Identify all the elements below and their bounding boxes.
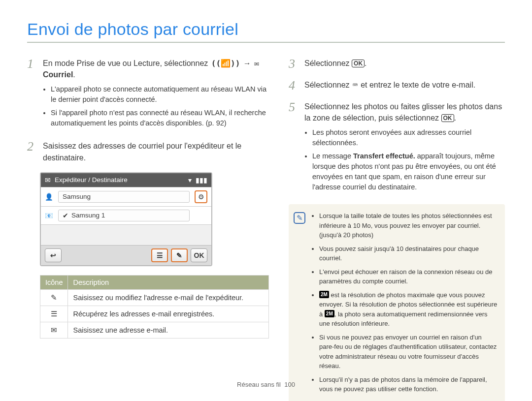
icon-description-table: Icône Description ✎ Saisissez ou modifie… xyxy=(40,275,269,339)
page-title: Envoi de photos par courriel xyxy=(27,20,505,39)
step-5-bullet-2: Le message Transfert effectué. apparaît … xyxy=(312,151,505,192)
keyboard-icon: ⌨ xyxy=(352,79,359,91)
step-1-bullet-2: Si l'appareil photo n'est pas connecté a… xyxy=(51,108,269,128)
table-row: ✎ Saisissez ou modifiez l'adresse e-mail… xyxy=(40,289,269,306)
step-1-text-d: . xyxy=(73,70,75,79)
table-head-desc: Description xyxy=(68,275,269,289)
sender-value: Samsung xyxy=(63,193,91,200)
step-1-body: En mode Prise de vue ou Lecture, sélecti… xyxy=(43,58,269,131)
step-3-text-b: . xyxy=(365,59,366,67)
recipient-field[interactable]: ✔Samsung 1 xyxy=(58,210,190,221)
ui-header-text: Expéditeur / Destinataire xyxy=(55,176,128,184)
list-icon: ☰ xyxy=(40,306,68,322)
resolution-badge: 2M xyxy=(319,291,329,298)
step-2-text: Saisissez des adresses de courriel pour … xyxy=(43,140,269,163)
info-item-3: L'envoi peut échouer en raison de la con… xyxy=(319,267,498,286)
step-3-body: Sélectionnez OK. xyxy=(304,58,367,70)
step-1-text-b: → xyxy=(241,59,253,67)
wifi-icon: ((📶)) xyxy=(210,58,241,69)
step-5-bullet-1: Les photos seront envoyées aux adresses … xyxy=(312,127,505,148)
table-desc-2: Récupérez les adresses e-mail enregistré… xyxy=(68,306,269,322)
info-box: ✎ Lorsque la taille totale de toutes les… xyxy=(289,204,505,401)
table-row: ☰ Récupérez les adresses e-mail enregist… xyxy=(40,306,269,322)
info-item-2: Vous pouvez saisir jusqu'à 10 destinatai… xyxy=(319,244,498,263)
left-column: 1 En mode Prise de vue ou Lecture, sélec… xyxy=(27,58,269,401)
camera-ui-mockup: ✉ Expéditeur / Destinataire ▾ ▮▮▮ 👤 Sams… xyxy=(40,172,212,266)
resolution-badge: 2M xyxy=(325,310,334,317)
back-button[interactable]: ↩ xyxy=(45,248,62,262)
recipient-value: Samsung 1 xyxy=(71,212,105,219)
mail-edit-icon: ✉ xyxy=(40,322,68,338)
ui-blank-area xyxy=(41,224,211,245)
mailbox-icon: ✉ xyxy=(45,176,51,184)
step-4-text-a: Sélectionnez xyxy=(304,81,352,89)
table-row: ✉ Saisissez une adresse e-mail. xyxy=(40,322,269,338)
step-5-text-a: Sélectionnez les photos ou faites glisse… xyxy=(304,102,502,122)
b2-pre: Le message xyxy=(312,152,353,160)
info-item-5: Si vous ne pouvez pas envoyer un courrie… xyxy=(319,333,498,371)
step-number-2: 2 xyxy=(27,140,38,163)
envelope-icon: ✉ xyxy=(253,58,260,69)
ok-badge: OK xyxy=(352,60,365,67)
ok-button[interactable]: OK xyxy=(191,248,207,262)
sender-field[interactable]: Samsung xyxy=(58,191,190,203)
ok-badge: OK xyxy=(441,114,454,122)
contacts-button[interactable]: ☰ xyxy=(151,248,168,262)
check-icon: ✔ xyxy=(63,212,68,219)
inbox-icon: 📧 xyxy=(45,212,53,219)
signal-icon: ▾ xyxy=(188,176,192,184)
info-item-4: 2M est la résolution de photos maximale … xyxy=(319,290,498,329)
table-desc-1: Saisissez ou modifiez l'adresse e-mail d… xyxy=(68,289,269,306)
step-number-4: 4 xyxy=(289,79,299,92)
step-1-text-a: En mode Prise de vue ou Lecture, sélecti… xyxy=(43,59,210,67)
table-desc-3: Saisissez une adresse e-mail. xyxy=(68,322,269,338)
step-5-body: Sélectionnez les photos ou faites glisse… xyxy=(304,101,505,195)
pencil-icon: ✎ xyxy=(40,289,68,306)
step-4-text-b: et entrez le texte de votre e-mail. xyxy=(359,81,475,89)
footer-section: Réseau sans fil xyxy=(237,381,281,388)
step-number-5: 5 xyxy=(289,101,299,195)
info-icon: ✎ xyxy=(294,212,305,224)
step-3-text-a: Sélectionnez xyxy=(304,59,352,67)
right-column: 3 Sélectionnez OK. 4 Sélectionnez ⌨ et e… xyxy=(289,58,505,401)
page-footer: Réseau sans fil 100 xyxy=(0,381,532,388)
step-4-body: Sélectionnez ⌨ et entrez le texte de vot… xyxy=(304,79,475,92)
info4-post: , la photo sera automatiquement redimens… xyxy=(319,310,488,328)
battery-icon: ▮▮▮ xyxy=(196,176,207,184)
b2-bold: Transfert effectué. xyxy=(353,152,415,160)
page-number: 100 xyxy=(284,381,295,388)
step-5-text-b: . xyxy=(454,114,456,122)
compose-button[interactable]: ✎ xyxy=(171,248,188,262)
step-1-text-c: Courriel xyxy=(43,70,73,79)
user-icon: 👤 xyxy=(45,193,53,201)
info-item-1: Lorsque la taille totale de toutes les p… xyxy=(319,211,498,240)
table-head-icon: Icône xyxy=(40,275,68,289)
title-rule xyxy=(27,42,505,43)
gear-button[interactable]: ⚙ xyxy=(195,190,207,203)
step-number-1: 1 xyxy=(27,58,38,131)
step-number-3: 3 xyxy=(289,58,299,70)
step-1-bullet-1: L'appareil photo se connecte automatique… xyxy=(51,84,269,105)
